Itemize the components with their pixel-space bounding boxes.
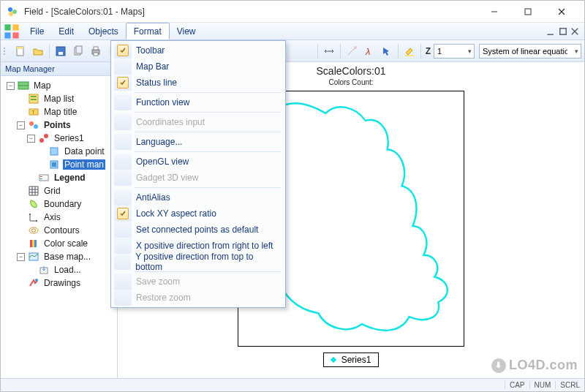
tree-item-color-scale[interactable]: Color scale (2, 237, 116, 250)
pointmgr-icon (48, 159, 60, 170)
tree-label: Series1 (53, 133, 86, 143)
statusbar: CAP NUM SCRL (1, 378, 584, 391)
menu-item-function-view[interactable]: Function view (113, 94, 284, 110)
format-menu-dropdown: ToolbarMap BarStatus lineFunction viewCo… (110, 40, 286, 308)
tree-label: Color scale (42, 238, 89, 249)
tree-item-point-man[interactable]: Point man (2, 158, 116, 171)
menu-file[interactable]: File (23, 23, 51, 39)
map-tree[interactable]: −MapMap listTMap title−Points−Series1Dat… (1, 76, 117, 378)
svg-rect-31 (31, 99, 37, 100)
toolbar-grip[interactable] (4, 44, 8, 59)
tree-label: Data point (63, 146, 106, 157)
tree-item-points[interactable]: −Points (2, 118, 116, 132)
menu-view[interactable]: View (170, 23, 203, 39)
tree-item-contours[interactable]: Contours (2, 224, 116, 237)
svg-rect-18 (58, 52, 63, 55)
arrow-left-right-icon[interactable] (321, 43, 337, 59)
tree-item-series1[interactable]: −Series1 (2, 132, 116, 145)
tree-expander[interactable]: − (7, 82, 15, 90)
minimize-button[interactable] (478, 1, 511, 23)
menu-item-y-positive-direction-from-top-to-bottom[interactable]: Y positive direction from top to bottom (113, 254, 284, 270)
svg-point-34 (29, 121, 34, 126)
save-button[interactable] (53, 43, 69, 59)
tree-item-map[interactable]: −Map (2, 79, 116, 92)
tree-item-map-title[interactable]: TMap title (2, 105, 116, 118)
z-value-select[interactable] (434, 44, 475, 59)
menu-gutter (114, 42, 132, 59)
svg-point-35 (34, 124, 38, 129)
menu-format[interactable]: Format (126, 23, 170, 39)
pointer-dropdown-button[interactable] (379, 43, 395, 59)
tree-item-axis[interactable]: Axis (2, 211, 116, 224)
menu-item-opengl-view[interactable]: OpenGL view (113, 154, 284, 170)
menu-separator (135, 151, 281, 152)
drawings-icon (28, 277, 39, 289)
print-button[interactable] (88, 43, 104, 59)
menu-separator (135, 112, 281, 113)
toolbar: B λ Z (1, 40, 584, 62)
svg-point-44 (29, 227, 38, 233)
menu-separator (135, 132, 281, 132)
maximize-button[interactable] (511, 1, 545, 23)
svg-rect-4 (525, 9, 531, 15)
canvas-subtitle: Colors Count: (328, 78, 373, 86)
tree-label: Load... (53, 265, 83, 275)
menu-item-label: Toolbar (136, 45, 165, 56)
tree-expander[interactable]: − (17, 253, 25, 261)
menu-item-antialias[interactable]: AntiAlias (113, 189, 284, 206)
menu-item-lock-xy-aspect-ratio[interactable]: Lock XY aspect ratio (113, 206, 284, 222)
svg-point-37 (44, 134, 48, 138)
tree-item-grid[interactable]: Grid (2, 184, 116, 197)
menu-item-save-zoom: Save zoom (113, 274, 284, 290)
tree-item-load-[interactable]: Load... (2, 263, 116, 276)
tree-expander (27, 174, 35, 182)
tree-label: Drawings (42, 278, 82, 288)
mdi-close-button[interactable] (570, 26, 580, 37)
tree-item-data-point[interactable]: Data point (2, 145, 116, 158)
tree-expander[interactable]: − (27, 135, 35, 143)
svg-text:T: T (31, 109, 35, 116)
tree-label: Base map... (42, 252, 92, 262)
svg-rect-27 (405, 55, 414, 56)
tree-label: Boundary (42, 199, 83, 209)
menu-gutter (114, 206, 132, 222)
tree-expander[interactable]: − (17, 121, 25, 129)
tree-item-map-list[interactable]: Map list (2, 92, 116, 105)
tree-label: Grid (42, 186, 62, 196)
titlebar: Field - [ScaleColors:01 - Maps] (1, 1, 584, 23)
new-file-button[interactable] (12, 43, 29, 59)
menu-gutter (114, 170, 132, 186)
menu-item-language-[interactable]: Language... (113, 134, 284, 150)
maptitle-icon: T (28, 106, 39, 118)
menu-gutter (114, 238, 132, 254)
mdi-restore-button[interactable] (558, 26, 568, 37)
tree-item-drawings[interactable]: Drawings (2, 276, 116, 290)
status-scrl: SCRL (555, 381, 580, 389)
menu-item-set-connected-points-as-default[interactable]: Set connected points as default (113, 222, 284, 238)
highlight-dropdown-button[interactable] (401, 43, 418, 59)
points-icon (28, 119, 39, 131)
svg-point-51 (35, 279, 38, 282)
system-select[interactable] (479, 44, 581, 59)
legend-marker-icon (330, 357, 336, 363)
tree-item-legend[interactable]: Legend (2, 171, 116, 184)
svg-rect-40 (52, 162, 56, 167)
svg-point-45 (31, 229, 36, 232)
close-button[interactable] (545, 1, 578, 23)
menu-item-toolbar[interactable]: Toolbar (113, 42, 284, 59)
copy-button[interactable] (70, 43, 86, 59)
tree-item-boundary[interactable]: Boundary (2, 197, 116, 211)
tree-item-base-map-[interactable]: −Base map... (2, 250, 116, 263)
menu-item-map-bar[interactable]: Map Bar (113, 59, 284, 75)
menu-item-label: Lock XY aspect ratio (136, 208, 216, 219)
menu-item-label: Restore zoom (136, 293, 191, 303)
mdi-minimize-button[interactable] (546, 26, 556, 37)
menu-objects[interactable]: Objects (81, 23, 126, 39)
lambda-icon[interactable]: λ (361, 43, 377, 59)
open-file-button[interactable] (30, 43, 46, 59)
svg-rect-38 (50, 148, 58, 155)
menu-item-label: Coordinates input (136, 117, 205, 127)
menu-item-status-line[interactable]: Status line (113, 75, 284, 91)
menu-item-label: Function view (136, 97, 189, 108)
menu-edit[interactable]: Edit (51, 23, 81, 39)
